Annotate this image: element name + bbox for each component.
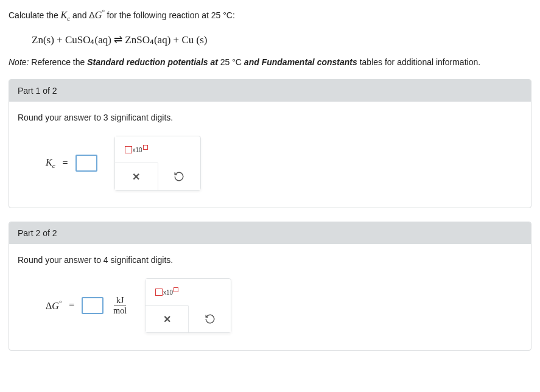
reference-note: Note: Reference the Standard reduction p… [9,57,531,67]
reset-icon-2 [205,313,216,324]
note-mid: 25 °C [220,57,242,67]
part-2-toolbox: x10 ✕ [145,278,231,333]
sci-notation-icon: x10 [125,146,148,153]
part-1-sym: K [46,157,52,167]
unit-den: mol [112,306,128,315]
part-1-panel: Part 1 of 2 Round your answer to 3 signi… [9,79,531,208]
note-b1: Standard reduction potentials at [87,57,220,67]
prompt-prefix: Calculate the [9,10,61,20]
question-prompt: Calculate the Kc and ΔG° for the followi… [9,7,531,24]
reset-button-2[interactable] [188,306,231,332]
part-2-answer-line: ΔG° = kJ mol x10 ✕ [46,278,522,333]
sci-notation-icon-2: x10 [155,289,178,296]
deltag-input[interactable] [82,297,103,314]
close-icon-2: ✕ [163,313,171,325]
prompt-suffix: for the following reaction at 25 °C: [105,10,235,20]
sci-notation-button-2[interactable]: x10 [146,279,188,306]
part-1-label: Kc [46,157,55,169]
note-b2: and Fundamental constants [242,57,357,67]
part-2-label: ΔG° [46,299,61,312]
part-1-instruction: Round your answer to 3 significant digit… [18,113,522,122]
note-t2: tables for additional information. [357,57,480,67]
part-1-header: Part 1 of 2 [9,80,531,102]
part-1-answer-line: Kc = x10 ✕ [46,136,522,191]
unit-fraction: kJ mol [112,296,128,315]
part-2-sup: ° [59,299,61,307]
part-1-body: Round your answer to 3 significant digit… [9,102,531,208]
part-1-sub: c [52,162,55,169]
note-t1: Reference the [31,57,87,67]
close-icon: ✕ [132,171,140,183]
part-2-instruction: Round your answer to 4 significant digit… [18,255,522,265]
part-2-header: Part 2 of 2 [9,222,531,244]
part-2-sym: G [52,301,59,311]
prompt-and: and Δ [70,10,95,20]
equals-sign-2: = [69,300,74,311]
note-label: Note: [9,57,31,67]
kc-symbol: Kc [61,10,71,20]
reset-icon [174,171,184,182]
reset-button[interactable] [158,163,200,190]
part-2-body: Round your answer to 4 significant digit… [9,244,531,350]
reaction-equation: Zn(s) + CuSO₄(aq) ⇌ ZnSO₄(aq) + Cu (s) [32,33,531,46]
equals-sign: = [63,158,68,169]
deltag-symbol: G° [95,10,105,20]
sci-notation-button[interactable]: x10 [115,136,158,163]
part-2-panel: Part 2 of 2 Round your answer to 4 signi… [9,222,531,351]
unit-num: kJ [114,296,126,306]
clear-button-2[interactable]: ✕ [146,306,188,332]
part-1-toolbox: x10 ✕ [114,136,201,191]
kc-input[interactable] [75,155,97,172]
clear-button[interactable]: ✕ [115,163,158,190]
